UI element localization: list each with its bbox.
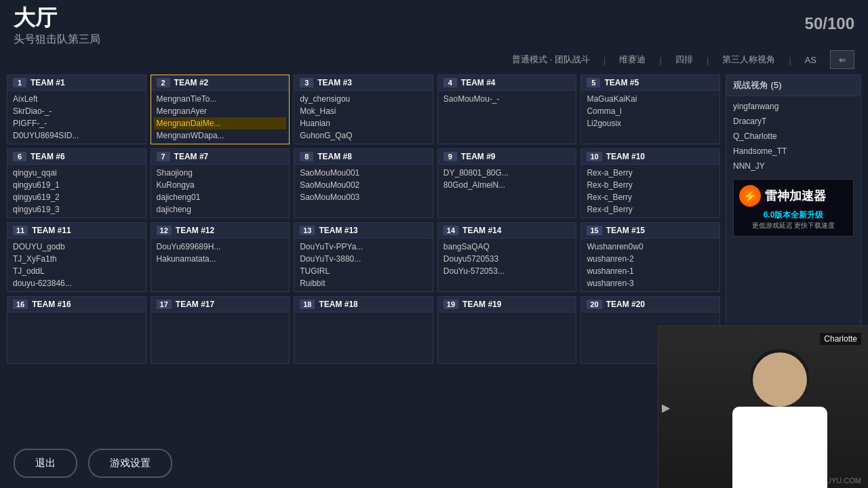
team-block-2: 2TEAM #2MengnanTieTo...MengnanAyerMengna… [151, 75, 290, 144]
team-number-18: 18 [300, 300, 315, 309]
team-block-17: 17TEAM #17 [151, 296, 290, 364]
team-header-13: 13TEAM #13 [294, 223, 433, 239]
team-header-8: 8TEAM #8 [294, 149, 433, 165]
header: 大厅 头号狙击队第三局 50/100 [0, 0, 868, 50]
team-member: DouYuTv-PPYa... [300, 241, 427, 253]
team-name-1: TEAM #1 [31, 78, 65, 87]
person-body [732, 407, 827, 488]
team-member: SaoMouMou002 [300, 179, 427, 191]
team-number-11: 11 [13, 226, 28, 235]
team-name-8: TEAM #8 [317, 152, 352, 161]
team-name-6: TEAM #6 [31, 152, 65, 161]
squad-label: 四排 [675, 54, 693, 66]
exit-icon: ⇐ [839, 55, 846, 65]
team-member: KuRongya [157, 179, 284, 191]
team-member: SaoMouMou-_- [443, 93, 571, 105]
team-members-2: MengnanTieTo...MengnanAyerMengnanDaiMe..… [151, 91, 290, 144]
title-sub: 头号狙击队第三局 [14, 33, 100, 47]
team-member: Ruibbit [300, 277, 427, 289]
team-block-5: 5TEAM #5MaGuaKaiKaiComma_lLi2gousix [580, 75, 720, 144]
team-name-19: TEAM #19 [462, 300, 501, 309]
exit-icon-box[interactable]: ⇐ [830, 50, 854, 69]
team-members-10: Rex-a_BerryRex-b_BerryRex-c_BerryRex-d_B… [581, 165, 719, 218]
team-member: qingyu619_2 [13, 191, 140, 203]
team-member: DouYu-572053... [443, 265, 571, 277]
team-member: AixLeft [13, 93, 140, 105]
team-header-14: 14TEAM #14 [438, 223, 576, 239]
team-members-18 [294, 312, 433, 317]
team-member: SaoMouMou001 [300, 167, 427, 179]
team-members-19 [438, 312, 576, 317]
team-number-20: 20 [587, 300, 601, 309]
team-member: dy_chensigou [300, 93, 427, 105]
team-name-10: TEAM #10 [606, 152, 645, 161]
team-name-12: TEAM #12 [176, 226, 214, 235]
team-members-15: Wushanren0w0wushanren-2wushanren-1wushan… [581, 239, 719, 291]
team-number-3: 3 [300, 78, 313, 87]
team-members-6: qingyu_qqaiqingyu619_1qingyu619_2qingyu6… [7, 165, 146, 218]
team-member: Wushanren0w0 [587, 241, 714, 253]
team-name-20: TEAM #20 [606, 300, 645, 309]
team-header-2: 2TEAM #2 [151, 75, 290, 91]
spectator-item: Handsome_TT [726, 144, 861, 159]
team-members-16 [7, 312, 146, 317]
team-name-15: TEAM #15 [606, 226, 645, 235]
team-header-9: 9TEAM #9 [438, 149, 576, 165]
ad-banner[interactable]: ⚡ 雷神加速器 6.0版本全新升级 更低游戏延迟 更快下载速度 [733, 179, 854, 237]
team-member: dajicheng [157, 203, 284, 216]
team-members-4: SaoMouMou-_- [438, 91, 576, 107]
team-header-5: 5TEAM #5 [581, 75, 719, 91]
title-main: 大厅 [14, 7, 100, 28]
thunder-icon: ⚡ [739, 185, 761, 207]
team-members-7: ShaojiongKuRongyadajicheng01dajicheng [151, 165, 290, 218]
collapse-arrow[interactable]: ▶ [662, 401, 670, 413]
region-label: AS [805, 55, 816, 65]
team-member: MengnanWDapa... [157, 129, 284, 142]
team-member: Comma_l [587, 105, 714, 117]
team-member: Rex-a_Berry [587, 167, 714, 179]
team-header-19: 19TEAM #19 [438, 297, 576, 312]
team-member: qingyu_qqai [13, 167, 140, 179]
team-members-1: AixLeftSkrDiao-_-PIGFF-_-D0UYU8694SID... [7, 91, 146, 144]
separator-1: | [604, 55, 606, 65]
team-member: Rex-d_Berry [587, 203, 714, 216]
team-member: MaGuaKaiKai [587, 93, 714, 105]
team-member: DouYu699689H... [157, 241, 284, 253]
team-block-19: 19TEAM #19 [437, 296, 577, 364]
team-header-4: 4TEAM #4 [438, 75, 576, 91]
team-member: D0UYU8694SID... [13, 129, 140, 142]
team-member: Hakunamatata... [157, 253, 284, 265]
team-member: GuhonG_QaQ [300, 129, 427, 142]
team-members-20 [581, 312, 719, 317]
spectator-item: DracaryT [726, 114, 861, 129]
person-silhouette [712, 339, 848, 488]
team-name-2: TEAM #2 [174, 78, 209, 87]
team-members-9: DY_80801_80G...80God_AlmeiN... [438, 165, 576, 193]
map-label: 维赛迪 [619, 54, 646, 66]
team-block-3: 3TEAM #3dy_chensigouMok_HasiHuanianGuhon… [294, 75, 433, 144]
separator-3: | [707, 55, 709, 65]
team-name-17: TEAM #17 [176, 300, 214, 309]
team-number-1: 1 [13, 78, 26, 87]
team-member: qingyu619_3 [13, 203, 140, 216]
team-name-7: TEAM #7 [174, 152, 209, 161]
player-count: 50/100 [805, 7, 854, 35]
team-members-13: DouYuTv-PPYa...DouYuTv-3880...TUGIRLRuib… [294, 239, 433, 291]
webcam-overlay: ▶ Charlotte DOUYU.COM [658, 325, 868, 488]
settings-button[interactable]: 游戏设置 [88, 449, 172, 478]
team-member: SaoMouMou003 [300, 191, 427, 203]
team-members-5: MaGuaKaiKaiComma_lLi2gousix [581, 91, 719, 131]
team-member: wushanren-1 [587, 265, 714, 277]
team-member: PIGFF-_- [13, 117, 140, 129]
mode-bar: 普通模式 · 团队战斗 | 维赛迪 | 四排 | 第三人称视角 | AS ⇐ [0, 50, 868, 75]
team-name-5: TEAM #5 [604, 78, 639, 87]
ad-brand: 雷神加速器 [765, 188, 826, 204]
team-header-16: 16TEAM #16 [7, 297, 146, 312]
team-member: MengnanAyer [157, 105, 284, 117]
team-number-9: 9 [443, 152, 457, 161]
team-number-4: 4 [443, 78, 457, 87]
team-header-15: 15TEAM #15 [581, 223, 719, 239]
team-member: wushanren-2 [587, 253, 714, 265]
team-number-5: 5 [587, 78, 600, 87]
exit-button[interactable]: 退出 [14, 449, 77, 478]
